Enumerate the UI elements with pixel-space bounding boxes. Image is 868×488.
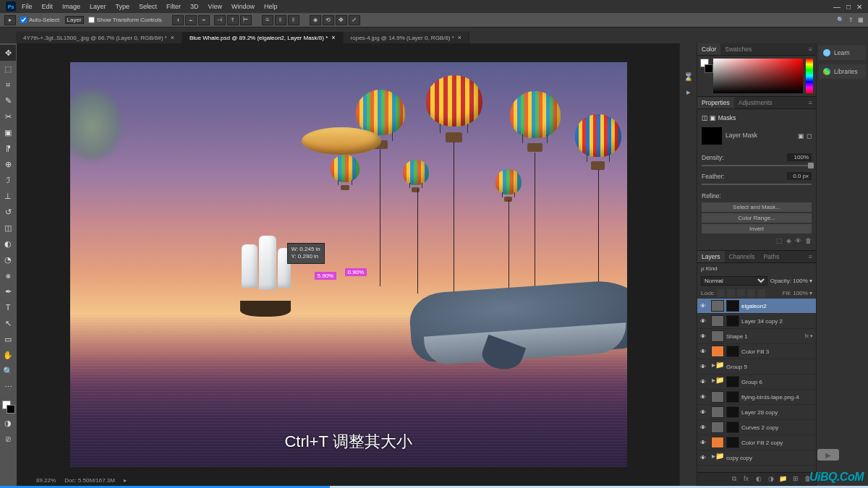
- link-layers-icon[interactable]: ⧉: [729, 475, 739, 483]
- quick-mask-tool[interactable]: ◑: [0, 415, 16, 431]
- density-value[interactable]: 100%: [787, 153, 812, 161]
- 3d-mode-icon[interactable]: ✥: [336, 15, 347, 25]
- menu-edit[interactable]: Edit: [38, 3, 57, 10]
- layer-row[interactable]: 👁▸📁copy copy: [697, 450, 816, 466]
- close-tab-icon[interactable]: ×: [331, 34, 335, 41]
- color-range-button[interactable]: Color Range...: [702, 213, 812, 223]
- align-icon[interactable]: ⫠: [185, 15, 197, 25]
- window-maximize[interactable]: □: [846, 3, 851, 11]
- tab-swatches[interactable]: Swatches: [720, 43, 756, 55]
- 3d-mode-icon[interactable]: ⟲: [323, 15, 334, 25]
- lock-icon[interactable]: [727, 289, 735, 297]
- document-tab[interactable]: Blue Whale.psd @ 89.2% (elgaleon2, Layer…: [182, 32, 344, 43]
- libraries-panel-button[interactable]: Libraries: [819, 64, 866, 79]
- menu-type[interactable]: Type: [112, 3, 134, 10]
- distribute-icon[interactable]: ≡: [262, 15, 273, 25]
- lock-icon[interactable]: [747, 289, 755, 297]
- menu-view[interactable]: View: [205, 3, 226, 10]
- apply-mask-icon[interactable]: ◈: [786, 237, 791, 244]
- close-tab-icon[interactable]: ×: [171, 34, 174, 41]
- new-adjustment-icon[interactable]: ◑: [766, 475, 775, 483]
- auto-select-checkbox[interactable]: Auto-Select:: [20, 17, 61, 23]
- 3d-mode-icon[interactable]: ◈: [310, 15, 321, 25]
- blur-tool[interactable]: ◔: [0, 252, 16, 267]
- blend-mode-select[interactable]: Normal: [701, 276, 767, 286]
- tool-preset-icon[interactable]: ▸: [4, 15, 16, 25]
- brush-tool[interactable]: ℐ: [0, 172, 16, 188]
- frame-tool[interactable]: ▣: [0, 124, 16, 140]
- tab-properties[interactable]: Properties: [697, 97, 734, 108]
- visibility-icon[interactable]: 👁: [700, 409, 709, 416]
- close-tab-icon[interactable]: ×: [458, 34, 461, 41]
- healing-tool[interactable]: ⊕: [0, 156, 16, 172]
- document-canvas[interactable]: W: 0.245 in Y: 0.280 in 5.90% 0.90% Ctrl…: [70, 62, 627, 467]
- tab-adjustments[interactable]: Adjustments: [734, 97, 777, 108]
- visibility-icon[interactable]: 👁: [700, 333, 709, 340]
- menu-select[interactable]: Select: [135, 3, 161, 10]
- clone-tool[interactable]: ⊥: [0, 188, 16, 204]
- tab-color[interactable]: Color: [697, 43, 720, 55]
- zoom-level[interactable]: 89.22%: [36, 477, 56, 484]
- align-icon[interactable]: ⊢: [240, 15, 252, 25]
- pen-tool[interactable]: ✒: [0, 283, 16, 299]
- layer-row[interactable]: 👁Color Fill 2 copy: [697, 435, 816, 450]
- pixel-mask-icon[interactable]: ▣: [798, 132, 804, 140]
- workspace-icon[interactable]: ▦: [858, 17, 864, 23]
- type-tool[interactable]: T: [0, 299, 16, 315]
- tab-channels[interactable]: Channels: [725, 251, 760, 262]
- visibility-icon[interactable]: 👁: [700, 303, 709, 309]
- delete-layer-icon[interactable]: 🗑: [803, 475, 812, 483]
- learn-panel-button[interactable]: Learn: [819, 46, 866, 60]
- quick-select-tool[interactable]: ✎: [0, 93, 16, 108]
- history-brush-tool[interactable]: ↺: [0, 204, 16, 220]
- menu-window[interactable]: Window: [228, 3, 258, 10]
- lock-icon[interactable]: [737, 289, 745, 297]
- search-icon[interactable]: 🔍: [837, 17, 844, 23]
- history-icon[interactable]: ⌛: [684, 72, 694, 82]
- edit-toolbar[interactable]: ⋯: [0, 379, 16, 395]
- path-select-tool[interactable]: ↖: [0, 315, 16, 331]
- crop-tool[interactable]: ✂: [0, 108, 16, 124]
- distribute-icon[interactable]: ⦀: [288, 15, 299, 25]
- layer-row[interactable]: 👁Curves 2 copy: [697, 420, 816, 435]
- add-mask-icon[interactable]: ◐: [754, 475, 763, 483]
- show-transform-checkbox[interactable]: Show Transform Controls: [88, 17, 162, 23]
- new-group-icon[interactable]: 📁: [778, 475, 788, 483]
- delete-mask-icon[interactable]: 🗑: [805, 237, 812, 244]
- visibility-icon[interactable]: 👁: [700, 424, 709, 431]
- window-minimize[interactable]: —: [833, 3, 841, 11]
- layer-style-icon[interactable]: fx: [741, 475, 751, 483]
- layer-row[interactable]: 👁flying-birds-tape.png-4: [697, 390, 816, 405]
- select-and-mask-button[interactable]: Select and Mask...: [702, 202, 812, 212]
- lock-icon[interactable]: [757, 289, 765, 297]
- panel-menu-icon[interactable]: ≡: [805, 251, 816, 262]
- layer-row[interactable]: 👁Shape 1fx ▾: [697, 329, 816, 344]
- layer-row[interactable]: 👁▸📁Group 6: [697, 374, 816, 390]
- background-color[interactable]: [7, 405, 15, 414]
- mask-thumbnail[interactable]: [702, 127, 722, 145]
- layer-row[interactable]: 👁Layer 28 copy: [697, 405, 816, 420]
- visibility-icon[interactable]: 👁: [700, 318, 709, 325]
- align-icon[interactable]: ⊣: [214, 15, 226, 25]
- load-selection-icon[interactable]: ⬚: [776, 237, 783, 244]
- menu-3d[interactable]: 3D: [187, 3, 203, 10]
- layer-row[interactable]: 👁Color Fill 3: [697, 344, 816, 359]
- status-chevron-icon[interactable]: ▸: [124, 477, 127, 484]
- visibility-icon[interactable]: 👁: [700, 364, 709, 370]
- shape-tool[interactable]: ▭: [0, 331, 16, 347]
- align-icon[interactable]: ⫟: [198, 15, 210, 25]
- visibility-icon[interactable]: 👁: [700, 379, 709, 385]
- lock-icon[interactable]: [717, 289, 725, 297]
- gradient-tool[interactable]: ◐: [0, 236, 16, 252]
- new-layer-icon[interactable]: ⊞: [791, 475, 800, 483]
- eraser-tool[interactable]: ◫: [0, 220, 16, 236]
- document-tab[interactable]: ropes-4.jpg @ 14.9% (Layer 0, RGB/8) *×: [344, 32, 470, 43]
- move-tool[interactable]: ✥: [0, 45, 16, 61]
- disable-mask-icon[interactable]: 👁: [795, 237, 801, 244]
- visibility-icon[interactable]: 👁: [700, 455, 709, 461]
- share-icon[interactable]: ⇪: [848, 17, 854, 23]
- panel-menu-icon[interactable]: ≡: [805, 43, 816, 55]
- layer-list[interactable]: 👁elgaleon2 👁Layer 34 copy 2 👁Shape 1fx ▾…: [697, 299, 816, 472]
- lasso-tool[interactable]: ⌗: [0, 77, 16, 93]
- auto-select-mode[interactable]: Layer: [65, 16, 84, 24]
